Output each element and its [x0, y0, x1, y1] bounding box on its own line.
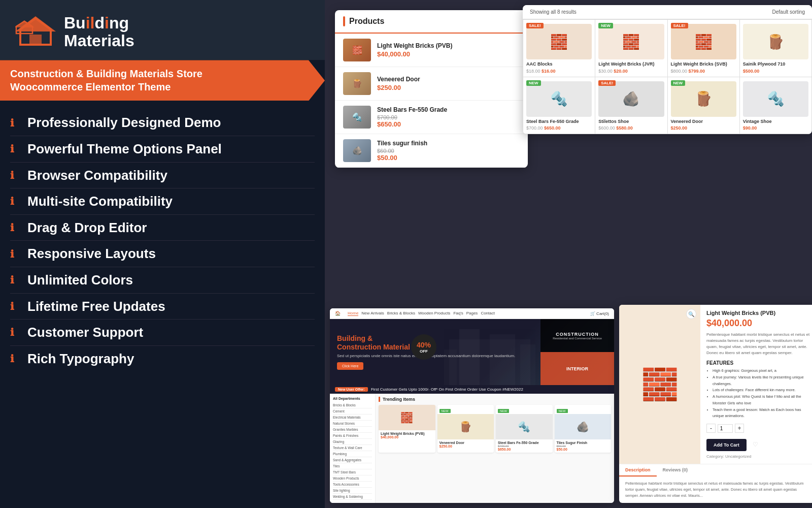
add-to-cart-button[interactable]: Add To Cart [706, 439, 747, 451]
shop-badge-sale: SALE! [598, 80, 616, 86]
sidebar-item-stones[interactable]: Natural Stones [333, 421, 372, 427]
shop-old-price: $700.00 [526, 125, 543, 131]
nav-link-arrivals[interactable]: New Arrivals [361, 311, 384, 316]
detail-features-list: High 6 graphics: Gorgeous pixel art, a A… [706, 368, 811, 420]
sidebar-item-welding[interactable]: Welding & Soldering [333, 494, 372, 500]
nav-link-home[interactable]: Home [348, 311, 358, 316]
shop-badge-new: NEW [598, 23, 613, 28]
shop-item: NEW 🪵 Veneered Door $250.00 [668, 77, 739, 134]
product-thumbnail: 🪵 [343, 72, 371, 95]
sidebar-item-cement[interactable]: Cement [333, 408, 372, 415]
nav-link-bricks[interactable]: Bricks & Blocks [387, 311, 415, 316]
sidebar-item-tmt[interactable]: TMT Steel Bars [333, 469, 372, 475]
nav-link-pages[interactable]: Pages [466, 311, 478, 316]
product-row: 🧱 Light Weight Bricks (PVB) $40,000.00 [335, 34, 528, 67]
detail-bottom-text: Pellentesque habitant morbi tristique se… [619, 477, 812, 503]
tagline-line2: Woocommerce Elementor Theme [10, 80, 310, 93]
trending-item-price: $650.00 [498, 448, 551, 451]
nav-link-faq[interactable]: Faq's [453, 311, 463, 316]
detail-info: Light Weight Bricks (PVB) $40,000.00 Pel… [700, 305, 812, 464]
features-list: ℹ Professionally Designed Demo ℹ Powerfu… [0, 101, 325, 508]
trending-item-image: 🪨 [555, 414, 612, 439]
feature-item: ℹ Browser Compatibility [10, 163, 315, 189]
website-content: All Departments Bricks & Blocks Cement E… [330, 394, 614, 503]
product-thumbnail: 🪨 [343, 139, 371, 162]
feature-item: ℹ Responsive Layouts [10, 241, 315, 267]
shop-new-price: $250.00 [671, 125, 688, 131]
sidebar-item-bricks[interactable]: Bricks & Blocks [333, 402, 372, 408]
shop-item-prices: $250.00 [671, 125, 736, 131]
feature-list-item: High 6 graphics: Gorgeous pixel art, a [713, 368, 811, 374]
sidebar-item-sand[interactable]: Sand & Aggregates [333, 457, 372, 463]
shop-item-prices: $30.00 $20.00 [598, 69, 664, 74]
discount-percent: 40% [417, 341, 431, 349]
construction-top: CONSTRUCTION Residential and Commercial … [540, 319, 614, 352]
sidebar-item-glazing[interactable]: Glazing [333, 439, 372, 445]
product-price: $250.00 [377, 84, 520, 91]
shop-mockup: Showing all 8 results Default sorting SA… [523, 5, 812, 134]
sidebar-item-granites[interactable]: Granites Marbles [333, 427, 372, 433]
sidebar-item-tools[interactable]: Tools Accessories [333, 482, 372, 488]
shop-item-image: 🔩 [743, 81, 808, 117]
products-header: Products [335, 10, 528, 34]
trending-badge-new: NEW [557, 409, 568, 413]
detail-product-desc: Pellentesque habitant morbi tristique se… [706, 332, 811, 356]
sidebar-item-electrical[interactable]: Electrical Materials [333, 415, 372, 421]
feature-label: Multi-site Compatibility [27, 194, 173, 209]
shop-item-name: Sainik Plywood 710 [743, 61, 808, 68]
product-thumbnail: 🔩 [343, 106, 371, 129]
detail-image: 🧱 🔍 [619, 305, 700, 464]
shop-item-name: Veneered Door [671, 119, 736, 125]
detail-product-price: $40,000.00 [706, 318, 811, 329]
trending-item-info: Steel Bars Fe-550 Grade $700.00 $650.00 [496, 439, 553, 453]
sidebar-item-tiles[interactable]: Tiles [333, 463, 372, 469]
feature-icon: ℹ [10, 221, 20, 234]
sidebar-item-texture[interactable]: Texture & Wall Care [333, 445, 372, 451]
quantity-input[interactable] [718, 424, 733, 433]
product-old-price: $60.00 [377, 148, 520, 154]
sidebar-item-plumbing[interactable]: Plumbing [333, 451, 372, 457]
product-row: 🪵 Veneered Door $250.00 [335, 67, 528, 101]
nav-link-contact[interactable]: Contact [481, 311, 495, 316]
hero-cta-button[interactable]: Click Here [337, 362, 363, 370]
website-nav-logo: 🏠 [335, 311, 341, 316]
trending-item-image: 🧱 [379, 405, 435, 430]
offer-label: New User Offer: [335, 387, 368, 392]
product-info: Light Weight Bricks (PVB) $40,000.00 [377, 42, 520, 58]
tab-description[interactable]: Description [619, 464, 657, 477]
shop-item-prices: $700.00 $650.00 [526, 125, 592, 131]
feature-label: Rich Typography [27, 352, 134, 366]
shop-item-prices: $800.00 $799.00 [671, 69, 736, 74]
sidebar-item-paints[interactable]: Paints & Finishes [333, 433, 372, 439]
detail-zoom-icon[interactable]: 🔍 [686, 309, 696, 319]
detail-features-title: FEATURES [706, 360, 811, 366]
shop-item: SALE! 🧱 Light Weight Bricks (SVB) $800.0… [668, 20, 739, 77]
website-main-content: Trending Items 🧱 Light Weight Bricks (PV… [376, 394, 614, 503]
sidebar-item-lighting[interactable]: Site lighting [333, 488, 372, 494]
trending-item-price: $40,000.00 [381, 435, 433, 439]
shop-item-name: Light Weight Bricks (JVR) [598, 61, 664, 68]
shop-old-price: $30.00 [598, 69, 613, 74]
discount-badge: 40% OFF [411, 334, 436, 360]
shop-item-image: 🔩 [526, 81, 592, 117]
detail-product-title: Light Weight Bricks (PVB) [706, 310, 811, 316]
sidebar-item-wooden[interactable]: Wooden Products [333, 475, 372, 482]
product-price: $50.00 [377, 154, 520, 162]
quantity-increase-button[interactable]: + [735, 424, 744, 433]
cart-icon[interactable]: 🛒 Cart(0) [590, 311, 609, 316]
tab-reviews[interactable]: Reviews (0) [657, 464, 694, 477]
feature-item: ℹ Customer Support [10, 320, 315, 346]
tagline-banner: Construction & Building Materials Store … [0, 60, 325, 101]
feature-icon: ℹ [10, 117, 20, 129]
interior-bottom: INTERIOR [540, 352, 614, 385]
quantity-decrease-button[interactable]: - [706, 424, 716, 433]
feature-label: Drag & Drop Editor [27, 220, 147, 235]
feature-icon: ℹ [10, 169, 20, 181]
wishlist-icon[interactable]: ♡ [753, 441, 758, 448]
shop-new-price: $500.00 [743, 69, 760, 74]
logo-area: Building Materials [0, 0, 325, 60]
trending-badge-new: NEW [439, 409, 451, 413]
discount-label: OFF [420, 349, 428, 354]
feature-item: ℹ Rich Typography [10, 346, 315, 372]
nav-link-wooden[interactable]: Wooden Products [418, 311, 450, 316]
